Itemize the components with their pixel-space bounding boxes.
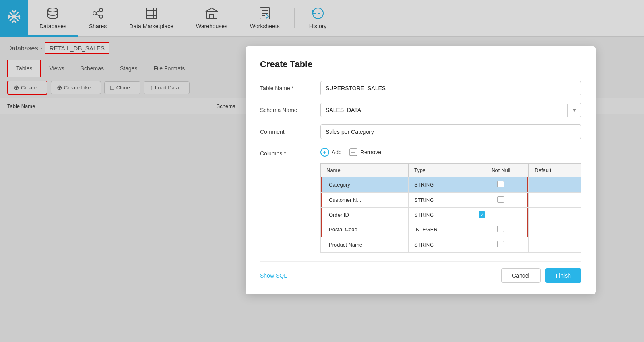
remove-column-button[interactable]: Remove xyxy=(349,146,381,158)
col-name-text: Category xyxy=(326,182,350,188)
col-type-category: STRING xyxy=(409,177,473,193)
table-name-label: Table Name * xyxy=(260,85,320,91)
columns-table: Name Type Not Null Default Category STRI… xyxy=(320,163,581,253)
col-row-orderid[interactable]: Order ID STRING ✓ xyxy=(321,208,581,222)
columns-actions: + Add Remove xyxy=(320,146,581,158)
columns-label: Columns * xyxy=(260,146,320,157)
checkbox-postalcode-notnull[interactable] xyxy=(497,226,504,232)
modal-title: Create Table xyxy=(260,59,581,70)
col-th-not-null: Not Null xyxy=(473,164,529,177)
col-name-text-2: Customer N... xyxy=(326,197,361,203)
row-marker-right-2 xyxy=(527,193,528,207)
schema-name-row: Schema Name SALES_DATA PUBLIC INFORMATIO… xyxy=(260,103,581,117)
col-notnull-postalcode[interactable] xyxy=(473,222,529,237)
footer-buttons: Cancel Finish xyxy=(501,268,581,283)
columns-content: + Add Remove Name xyxy=(320,146,581,253)
col-name-customer: Customer N... xyxy=(321,193,409,208)
col-notnull-category[interactable] xyxy=(473,177,529,193)
col-th-type: Type xyxy=(409,164,473,177)
checkbox-productname-notnull[interactable] xyxy=(497,241,504,247)
col-name-postalcode: Postal Code xyxy=(321,222,409,237)
row-marker-4 xyxy=(321,222,322,237)
col-default-postalcode xyxy=(529,222,581,237)
col-name-productname: Product Name xyxy=(321,237,409,253)
col-name-text-3: Order ID xyxy=(326,212,349,218)
col-name-text-4: Postal Code xyxy=(326,226,357,232)
show-sql-link[interactable]: Show SQL xyxy=(260,272,287,279)
col-notnull-orderid[interactable]: ✓ xyxy=(473,208,529,222)
columns-row: Columns * + Add Remove xyxy=(260,146,581,253)
col-row-productname[interactable]: Product Name STRING xyxy=(321,237,581,253)
col-type-productname: STRING xyxy=(409,237,473,253)
schema-select[interactable]: SALES_DATA PUBLIC INFORMATION_SCHEMA xyxy=(321,103,567,117)
col-default-orderid xyxy=(529,208,581,222)
add-column-button[interactable]: + Add xyxy=(320,146,342,158)
row-marker-2 xyxy=(321,193,322,207)
row-marker-right-1 xyxy=(527,177,528,192)
row-marker xyxy=(321,177,322,192)
table-name-required: * xyxy=(292,85,294,91)
remove-label: Remove xyxy=(360,149,381,155)
col-th-name: Name xyxy=(321,164,409,177)
col-type-postalcode: INTEGER xyxy=(409,222,473,237)
row-marker-3 xyxy=(321,208,322,222)
col-row-category[interactable]: Category STRING xyxy=(321,177,581,193)
add-label: Add xyxy=(332,149,342,155)
col-th-default: Default xyxy=(529,164,581,177)
col-row-customer[interactable]: Customer N... STRING xyxy=(321,193,581,208)
checkbox-orderid-notnull[interactable]: ✓ xyxy=(479,211,485,218)
col-notnull-productname[interactable] xyxy=(473,237,529,253)
col-type-customer: STRING xyxy=(409,193,473,208)
add-icon: + xyxy=(320,148,329,157)
table-name-input[interactable] xyxy=(320,81,581,95)
col-name-orderid: Order ID xyxy=(321,208,409,222)
col-default-customer xyxy=(529,193,581,208)
remove-icon xyxy=(349,148,358,157)
comment-input[interactable] xyxy=(320,124,581,139)
col-name-category: Category xyxy=(321,177,409,193)
schema-select-wrap: SALES_DATA PUBLIC INFORMATION_SCHEMA ▼ xyxy=(320,103,581,117)
table-name-row: Table Name * xyxy=(260,81,581,95)
create-table-modal: Create Table Table Name * Schema Name SA… xyxy=(246,46,596,294)
col-type-orderid: STRING xyxy=(409,208,473,222)
col-name-text-5: Product Name xyxy=(326,242,362,248)
checkbox-customer-notnull[interactable] xyxy=(497,196,504,203)
cancel-button[interactable]: Cancel xyxy=(501,268,541,283)
col-default-productname xyxy=(529,237,581,253)
col-notnull-customer[interactable] xyxy=(473,193,529,208)
col-default-category xyxy=(529,177,581,193)
checkbox-category-notnull[interactable] xyxy=(497,181,504,187)
comment-label: Comment xyxy=(260,129,320,135)
row-marker-right-3 xyxy=(527,208,528,222)
comment-row: Comment xyxy=(260,124,581,139)
modal-footer: Show SQL Cancel Finish xyxy=(260,261,581,283)
row-marker-right-4 xyxy=(527,222,528,237)
col-row-postalcode[interactable]: Postal Code INTEGER xyxy=(321,222,581,237)
schema-name-label: Schema Name xyxy=(260,107,320,113)
schema-dropdown-icon: ▼ xyxy=(567,104,581,117)
finish-button[interactable]: Finish xyxy=(545,268,581,283)
